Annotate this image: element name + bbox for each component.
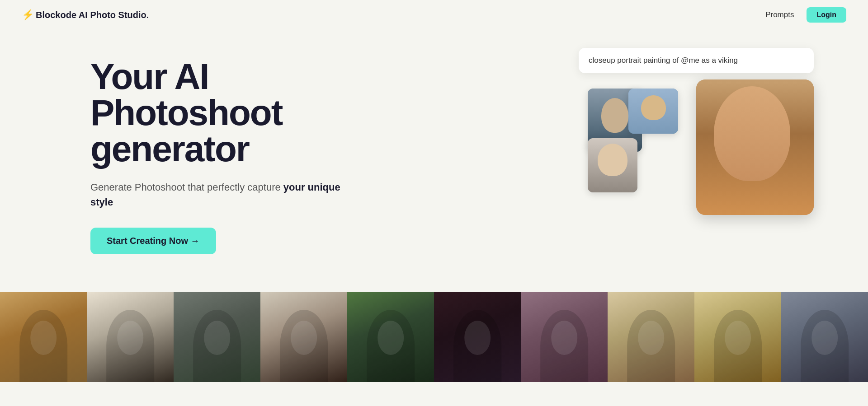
- hero-title: Your AI Photoshoot generator: [90, 59, 344, 167]
- photo-small-2: [588, 138, 637, 192]
- login-button[interactable]: Login: [807, 7, 846, 23]
- logo-text: Blockode AI Photo Studio.: [36, 10, 149, 20]
- gallery-item: [781, 292, 868, 382]
- header: ⚡ Blockode AI Photo Studio. Prompts Logi…: [0, 0, 868, 30]
- gallery-image-1: [0, 292, 87, 382]
- gallery-image-4: [260, 292, 347, 382]
- gallery-item: [694, 292, 781, 382]
- hero-subtitle: Generate Photoshoot that perfectly captu…: [90, 180, 344, 210]
- hero-subtitle-plain: Generate Photoshoot that perfectly captu…: [90, 182, 283, 193]
- photo-small-3: [628, 89, 678, 134]
- prompt-box: closeup portrait painting of @me as a vi…: [579, 48, 814, 73]
- hero-visual: closeup portrait painting of @me as a vi…: [579, 48, 814, 265]
- gallery-image-2: [87, 292, 174, 382]
- gallery-image-7: [521, 292, 608, 382]
- gallery-section: [0, 292, 868, 382]
- gallery-item: [608, 292, 694, 382]
- gallery-item: [521, 292, 608, 382]
- hero-text: Your AI Photoshoot generator Generate Ph…: [90, 59, 344, 254]
- gallery-image-5: [347, 292, 434, 382]
- gallery-item: [347, 292, 434, 382]
- gallery-item: [87, 292, 174, 382]
- gallery-item: [174, 292, 260, 382]
- nav: Prompts Login: [765, 7, 846, 23]
- hero-title-line2: Photoshoot: [90, 93, 282, 133]
- cta-button[interactable]: Start Creating Now →: [90, 228, 216, 254]
- gallery-image-6: [434, 292, 521, 382]
- bolt-icon: ⚡: [22, 9, 34, 21]
- gallery-image-10: [781, 292, 868, 382]
- photo-main: [696, 79, 814, 215]
- gallery-item: [434, 292, 521, 382]
- gallery-image-9: [694, 292, 781, 382]
- logo: ⚡ Blockode AI Photo Studio.: [22, 9, 149, 21]
- gallery-item: [260, 292, 347, 382]
- nav-prompts-link[interactable]: Prompts: [765, 10, 794, 19]
- gallery-image-3: [174, 292, 260, 382]
- photo-collage: [579, 79, 814, 265]
- hero-title-line3: generator: [90, 129, 249, 169]
- gallery-image-8: [608, 292, 694, 382]
- gallery-item: [0, 292, 87, 382]
- prompt-text: closeup portrait painting of @me as a vi…: [589, 56, 738, 65]
- hero-section: Your AI Photoshoot generator Generate Ph…: [0, 30, 868, 292]
- hero-title-line1: Your AI: [90, 56, 209, 97]
